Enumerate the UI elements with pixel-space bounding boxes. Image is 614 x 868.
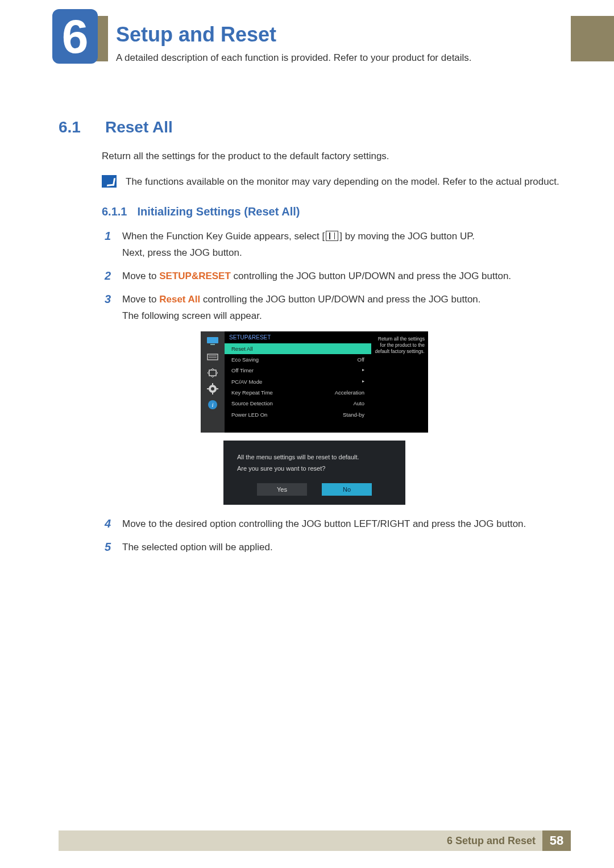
monitor-icon [206, 336, 219, 346]
reset-confirm-dialog: All the menu settings will be reset to d… [223, 441, 405, 505]
osd-header: SETUP&RESET [225, 331, 371, 343]
chapter-number-badge: 6 [52, 9, 98, 64]
subsection-number: 6.1.1 [102, 205, 127, 218]
section-heading: 6.1 Reset All [59, 118, 571, 136]
osd-item-value: Off [358, 356, 365, 363]
svg-point-7 [211, 387, 214, 391]
content: 6.1 Reset All Return all the settings fo… [59, 16, 571, 556]
svg-rect-2 [208, 354, 218, 360]
keyword: Reset All [159, 294, 200, 305]
text: ] by moving the JOG button UP. [339, 231, 475, 242]
step-number: 3 [102, 292, 111, 306]
gear-icon [206, 384, 219, 394]
osd-item-reset-all: Reset All [225, 343, 371, 354]
dialog-message-1: All the menu settings will be reset to d… [237, 453, 392, 462]
dialog-buttons: Yes No [237, 483, 392, 496]
step-text: The selected option will be applied. [122, 539, 273, 556]
svg-rect-0 [207, 337, 218, 343]
step-text: Move to SETUP&RESET controlling the JOG … [122, 268, 511, 285]
footer-page-number: 58 [542, 830, 571, 851]
step-2: 2 Move to SETUP&RESET controlling the JO… [102, 268, 571, 285]
svg-rect-9 [212, 392, 213, 394]
text: Move to [122, 294, 159, 305]
osd-item-pcav-mode: PC/AV Mode ▸ [225, 376, 371, 387]
note: The functions available on the monitor m… [102, 175, 571, 189]
osd-item-source-detection: Source Detection Auto [225, 398, 371, 409]
osd-item-eco-saving: Eco Saving Off [225, 354, 371, 365]
info-icon: i [206, 400, 219, 410]
osd-item-off-timer: Off Timer ▸ [225, 365, 371, 376]
svg-rect-11 [216, 388, 218, 389]
osd-info-panel: Return all the settings for the product … [371, 331, 428, 433]
step-number: 2 [102, 268, 111, 283]
step-number: 4 [102, 516, 111, 531]
text: When the Function Key Guide appears, sel… [122, 231, 325, 242]
chapter-description: A detailed description of each function … [116, 52, 565, 64]
svg-rect-10 [207, 388, 209, 389]
osd-item-label: Source Detection [231, 400, 273, 407]
step-number: 5 [102, 539, 111, 554]
text: controlling the JOG button UP/DOWN and p… [200, 294, 480, 305]
note-text: The functions available on the monitor m… [126, 175, 559, 189]
osd-item-label: Off Timer [231, 367, 254, 374]
dialog-yes-button: Yes [257, 483, 307, 496]
osd-item-value: Auto [353, 400, 364, 407]
osd-item-label: Key Repeat Time [231, 389, 273, 396]
osd-screenshot: i SETUP&RESET Reset All Eco Saving Off O… [201, 331, 428, 433]
list-icon [206, 352, 219, 362]
subsection-heading: 6.1.1 Initializing Settings (Reset All) [102, 205, 571, 218]
step-text: When the Function Key Guide appears, sel… [122, 229, 475, 261]
svg-rect-8 [212, 383, 213, 385]
osd-item-value: ▸ [362, 378, 364, 385]
menu-icon [326, 231, 338, 241]
svg-rect-1 [210, 344, 215, 345]
osd-item-label: PC/AV Mode [231, 378, 262, 385]
text: Move to [122, 271, 159, 281]
osd-item-label: Eco Saving [231, 356, 259, 363]
step-5: 5 The selected option will be applied. [102, 539, 571, 556]
svg-text:i: i [211, 401, 213, 408]
section-number: 6.1 [59, 118, 89, 136]
osd-item-label: Power LED On [231, 411, 267, 418]
osd-item-power-led: Power LED On Stand-by [225, 409, 371, 420]
step-1: 1 When the Function Key Guide appears, s… [102, 229, 571, 261]
page-footer: 6 Setup and Reset 58 [59, 830, 571, 851]
step-text: Move to Reset All controlling the JOG bu… [122, 292, 481, 325]
step-3: 3 Move to Reset All controlling the JOG … [102, 292, 571, 325]
dialog-message-2: Are you sure you want to reset? [237, 465, 392, 472]
osd-menu: i SETUP&RESET Reset All Eco Saving Off O… [201, 331, 428, 433]
osd-sidebar: i [201, 331, 225, 433]
dialog-no-button: No [322, 483, 372, 496]
chapter-number: 6 [62, 13, 89, 60]
subsection-title: Initializing Settings (Reset All) [137, 205, 300, 218]
footer-chapter-label: 6 Setup and Reset [447, 830, 542, 851]
osd-item-label: Reset All [231, 345, 253, 352]
text: Next, press the JOG button. [122, 247, 242, 258]
page: 6 Setup and Reset A detailed description… [0, 0, 614, 868]
osd-main: SETUP&RESET Reset All Eco Saving Off Off… [225, 331, 371, 433]
chapter-title: Setup and Reset [116, 23, 565, 47]
osd-item-value: Acceleration [335, 389, 364, 396]
section-intro: Return all the settings for the product … [102, 149, 571, 164]
note-icon [102, 175, 117, 188]
osd-item-value: Stand-by [343, 411, 364, 418]
step-text: Move to the desired option controlling t… [122, 516, 526, 533]
svg-rect-5 [209, 370, 216, 376]
text: The following screen will appear. [122, 310, 262, 321]
osd-item-value: ▸ [362, 367, 364, 374]
step-number: 1 [102, 229, 111, 243]
step-4: 4 Move to the desired option controlling… [102, 516, 571, 533]
osd-item-key-repeat: Key Repeat Time Acceleration [225, 387, 371, 398]
chapter-header: Setup and Reset A detailed description o… [108, 15, 571, 76]
resize-icon [206, 368, 219, 378]
keyword: SETUP&RESET [159, 271, 231, 281]
text: controlling the JOG button UP/DOWN and p… [231, 271, 511, 281]
section-title: Reset All [105, 118, 173, 136]
